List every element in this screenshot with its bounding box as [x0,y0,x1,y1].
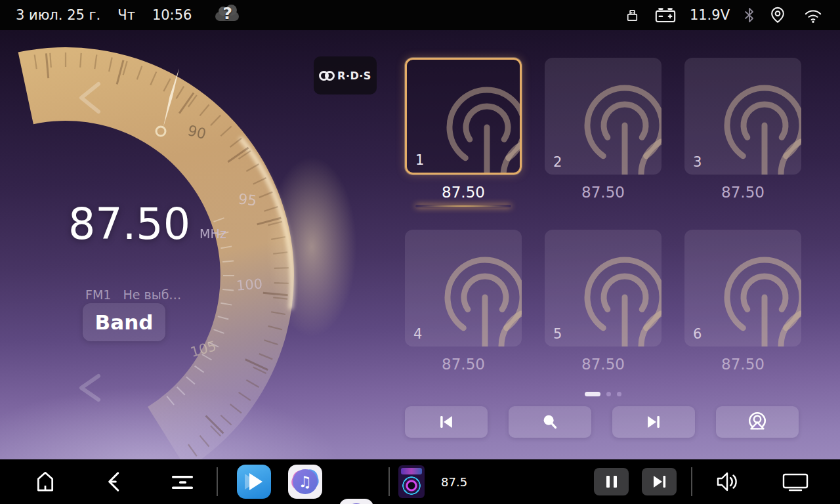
search-icon [540,412,560,432]
next-track-button[interactable] [642,468,677,495]
pause-icon [604,474,620,489]
antenna-broadcast-icon [545,230,662,346]
band-button[interactable]: Band [83,303,165,341]
weather-widget: ? [214,4,243,26]
car-battery-icon [654,7,677,24]
antenna-broadcast-icon [545,58,662,175]
separator [217,467,218,496]
antenna-broadcast-icon [405,230,522,346]
music-note-icon: ♫ [299,474,312,490]
radio-app-main: 90 95 100 105 87.50 MHz FM1 Не выб… Band [0,30,840,459]
preset-tile[interactable]: 1 [405,58,522,175]
status-date: 3 июл. 25 г. [16,7,100,23]
preset-tile[interactable]: 6 [684,230,801,346]
usb-icon [623,7,641,24]
frequency-readout: 87.50 MHz [68,200,265,249]
recents-button[interactable] [171,475,194,490]
video-player-app-icon[interactable] [237,465,271,499]
page-dot-3[interactable] [617,392,621,396]
preset-number: 3 [693,154,702,170]
preset-number: 5 [553,326,562,342]
now-playing-frequency: 87.5 [441,459,467,504]
preset-frequency: 87.50 [442,184,485,201]
separator [691,467,692,496]
display-icon [781,472,810,492]
car-head-unit-screen: 3 июл. 25 г. Чт 10:56 ? [0,0,840,504]
page-dot-1[interactable] [585,392,600,396]
station-list-button[interactable] [716,406,799,438]
now-playing-album-art[interactable] [398,465,425,498]
skip-next-icon [643,411,664,432]
active-preset-underline [415,205,511,207]
band-name: FM1 [85,287,111,302]
battery-voltage: 11.9V [690,7,730,23]
page-dot-2[interactable] [606,392,611,396]
preset-grid: 1 87.50 2 87.50 [405,58,801,402]
back-button[interactable] [102,469,127,494]
preset-frequency: 87.50 [442,356,485,373]
preset-6[interactable]: 6 87.50 [684,230,801,402]
volume-icon [714,471,740,493]
frequency-unit: MHz [200,226,226,241]
status-weekday: Чт [117,7,135,23]
preset-frequency: 87.50 [581,356,625,373]
tuner-controls [405,406,801,438]
preset-4[interactable]: 4 87.50 [405,230,522,402]
preset-2[interactable]: 2 87.50 [545,58,662,230]
preset-page-indicator [405,392,801,396]
rds-label: R·D·S [337,70,371,82]
volume-button[interactable] [714,471,740,493]
preset-number: 6 [693,326,702,342]
preset-5[interactable]: 5 87.50 [545,230,662,402]
scan-search-button[interactable] [509,406,591,438]
band-status-row: FM1 Не выб… [85,287,181,302]
antenna-broadcast-icon [684,230,801,346]
pause-button[interactable] [594,468,629,495]
seek-up-chevron[interactable] [81,376,98,400]
weather-unknown-symbol: ? [222,4,232,23]
status-time: 10:56 [152,7,192,23]
preset-3[interactable]: 3 87.50 [684,58,801,230]
next-station-button[interactable] [612,406,695,438]
preset-tile[interactable]: 2 [545,58,662,175]
preset-tile[interactable]: 4 [405,230,522,346]
location-icon [769,6,786,24]
home-button[interactable] [33,469,58,494]
skip-next-icon [651,474,668,489]
rds-rings-icon [319,71,335,81]
back-icon [102,469,127,494]
preset-tile[interactable]: 5 [545,230,662,346]
music-app-icon[interactable]: ♫ [288,465,322,499]
home-icon [33,469,58,494]
preset-number: 1 [415,152,424,168]
separator [388,467,390,496]
preset-frequency: 87.50 [721,356,765,373]
recents-icon [171,475,194,490]
bottom-nav-bar: ♫ 87.5 [0,459,840,504]
play-icon [245,474,257,490]
dial-glow [249,122,374,371]
wifi-icon [803,7,823,24]
skip-previous-icon [436,411,457,432]
current-frequency: 87.50 [68,200,265,249]
display-off-button[interactable] [781,472,810,492]
preset-tile[interactable]: 3 [684,58,801,175]
preset-number: 2 [553,154,562,170]
rds-badge: R·D·S [314,56,377,94]
previous-station-button[interactable] [405,406,488,438]
status-bar: 3 июл. 25 г. Чт 10:56 ? [0,0,840,30]
antenna-broadcast-icon [684,58,801,175]
preset-frequency: 87.50 [721,184,765,201]
preset-frequency: 87.50 [581,184,625,201]
broadcast-station-icon [746,411,768,433]
preset-1[interactable]: 1 87.50 [405,58,522,230]
bluetooth-icon [743,6,756,24]
voice-app-icon[interactable] [339,499,373,504]
station-status: Не выб… [123,287,181,302]
preset-number: 4 [413,326,422,342]
